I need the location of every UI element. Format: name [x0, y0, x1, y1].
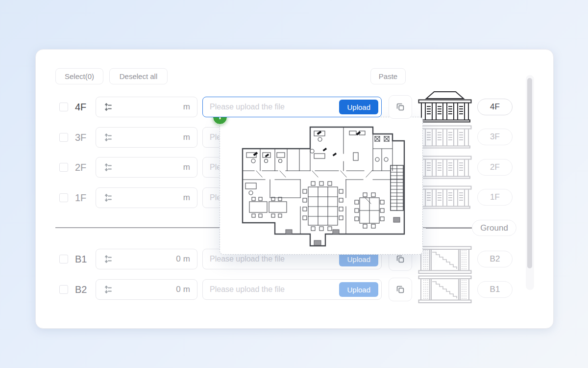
copy-floor-button[interactable] [389, 278, 412, 301]
file-upload-field[interactable]: Please upload the file Upload [202, 279, 382, 300]
upload-placeholder: Please upload the file [210, 255, 339, 263]
floor-checkbox[interactable] [59, 103, 68, 111]
elevation-pill-3f[interactable]: 3F [477, 129, 513, 145]
ground-connector-line [426, 228, 472, 229]
upload-placeholder: Please upload the file [210, 103, 339, 111]
building-basement-stairs-icon [418, 246, 472, 274]
building-floor-4f-icon [418, 91, 472, 123]
copy-icon [395, 254, 406, 264]
height-icon [103, 132, 113, 142]
floorplan-drawing [241, 124, 407, 248]
height-unit: m [183, 254, 190, 264]
floor-height-input[interactable]: 0 m [96, 249, 197, 269]
upload-button[interactable]: Upload [339, 100, 378, 114]
elevation-pill-b2[interactable]: B2 [477, 251, 513, 267]
floor-height-input[interactable]: 0 m [96, 279, 197, 300]
copy-icon [395, 102, 406, 112]
floor-label: 1F [75, 192, 96, 204]
floor-label: 2F [75, 162, 96, 173]
floor-height-input[interactable]: m [96, 97, 197, 117]
height-value: 0 [176, 254, 180, 264]
height-icon [103, 102, 113, 112]
floor-label: 4F [75, 102, 96, 113]
upload-button[interactable]: Upload [339, 282, 378, 297]
elevation-pill-b1[interactable]: B1 [477, 281, 513, 298]
height-icon [103, 254, 113, 264]
scrollbar-track[interactable] [526, 75, 534, 290]
select-count-button[interactable]: Select(0) [55, 68, 103, 84]
upload-placeholder: Please upload the file [210, 285, 339, 294]
floor-checkbox[interactable] [59, 133, 68, 142]
floor-row-b2: B2 0 m Please upload the file Upload [59, 279, 412, 300]
floor-height-input[interactable]: m [96, 127, 197, 148]
copy-icon [395, 284, 406, 295]
building-floor-1f-icon [418, 185, 472, 209]
floor-label: 3F [75, 132, 96, 143]
floor-manager-panel: Select(0) Deselect all Paste 4F m Please… [35, 49, 554, 329]
height-icon [103, 162, 113, 172]
height-unit: m [183, 285, 190, 294]
building-basement-stairs-icon [418, 275, 472, 303]
floor-checkbox[interactable] [59, 193, 68, 202]
elevation-pill-2f[interactable]: 2F [477, 159, 513, 176]
height-unit: m [183, 132, 190, 142]
copy-floor-button[interactable] [389, 95, 412, 119]
height-value: 0 [176, 285, 180, 294]
floor-height-input[interactable]: m [96, 157, 197, 178]
height-unit: m [183, 162, 190, 172]
elevation-pill-1f[interactable]: 1F [477, 189, 513, 206]
building-floor-3f-icon [418, 125, 472, 149]
height-unit: m [183, 193, 190, 203]
floor-label: B2 [75, 284, 96, 295]
floor-label: B1 [75, 254, 96, 265]
floor-row-4f: 4F m Please upload the file Upload [59, 96, 412, 118]
paste-button[interactable]: Paste [370, 68, 406, 84]
height-icon [103, 193, 113, 203]
floorplan-preview-popup: + [220, 117, 423, 255]
floor-height-input[interactable]: m [96, 187, 197, 208]
height-unit: m [183, 102, 190, 112]
floor-checkbox[interactable] [59, 285, 68, 294]
floor-checkbox[interactable] [59, 163, 68, 172]
file-upload-field[interactable]: Please upload the file Upload [202, 97, 382, 117]
scrollbar-thumb[interactable] [527, 78, 532, 268]
building-floor-2f-icon [418, 156, 472, 179]
elevation-pill-4f[interactable]: 4F [477, 99, 513, 115]
deselect-all-button[interactable]: Deselect all [109, 68, 168, 84]
height-icon [103, 285, 113, 294]
floor-checkbox[interactable] [59, 255, 68, 263]
elevation-pill-ground: Ground [472, 220, 516, 236]
